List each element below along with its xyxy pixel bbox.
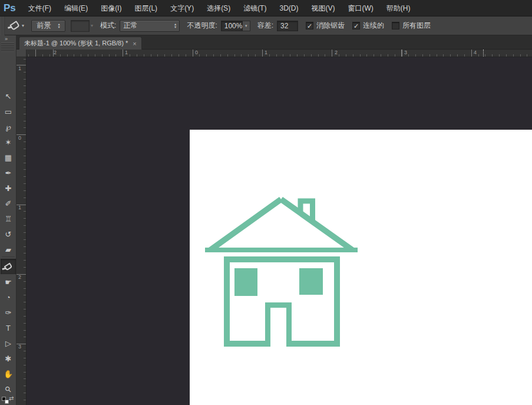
- options-bar: ▾ 前景 ▴▾ ▾ 模式: 正常 ▴▾ 不透明度: 100% ▾ 容差: 32 …: [0, 17, 532, 35]
- dodge-icon: ◔: [6, 293, 11, 302]
- eraser-tool[interactable]: ▰: [1, 242, 16, 257]
- menu-window[interactable]: 窗口(W): [341, 0, 379, 17]
- opacity-dropdown-button[interactable]: ▾: [243, 21, 250, 31]
- default-colors-button[interactable]: [2, 397, 9, 404]
- tolerance-input[interactable]: 32: [277, 21, 298, 31]
- document-area: 未标题-1 @ 100% (形状 1, RGB/8) * × 2 1 0 1 2…: [16, 35, 532, 405]
- hand-tool[interactable]: ✋: [1, 366, 16, 381]
- menu-file[interactable]: 文件(F): [22, 0, 58, 17]
- opacity-label: 不透明度:: [187, 21, 217, 31]
- smudge-icon: ☛: [5, 278, 12, 287]
- menu-3d[interactable]: 3D(D): [273, 0, 305, 17]
- options-bar-gripper[interactable]: [0, 17, 5, 35]
- ruler-number: 1: [265, 50, 267, 55]
- type-icon: T: [6, 324, 11, 332]
- smudge-tool[interactable]: ☛: [1, 274, 16, 289]
- spot-healing-brush-tool[interactable]: ✚: [1, 180, 16, 196]
- close-icon[interactable]: ×: [133, 40, 136, 47]
- mode-label: 模式:: [100, 21, 116, 31]
- brush-tool[interactable]: ✐: [1, 196, 16, 211]
- swap-colors-icon[interactable]: ⇄: [9, 395, 14, 401]
- opacity-control: 100% ▾: [221, 21, 250, 31]
- mode-select[interactable]: 正常 ▴▾: [120, 20, 180, 32]
- dodge-tool[interactable]: ◔: [1, 289, 16, 305]
- crop-icon: ▦: [5, 153, 12, 162]
- marquee-icon: ▭: [5, 107, 12, 116]
- document-tab[interactable]: 未标题-1 @ 100% (形状 1, RGB/8) * ×: [19, 37, 142, 50]
- all-layers-option: 所有图层: [392, 21, 431, 31]
- ruler-number: 1: [18, 205, 21, 210]
- rectangular-marquee-tool[interactable]: ▭: [1, 104, 16, 119]
- menu-filter[interactable]: 滤镜(T): [237, 0, 273, 17]
- all-layers-checkbox[interactable]: [392, 22, 399, 29]
- tool-preset-button[interactable]: ▾: [8, 22, 27, 29]
- anti-alias-label: 消除锯齿: [316, 21, 345, 31]
- ruler-number: 3: [18, 344, 21, 350]
- eyedropper-icon: ✒: [5, 169, 12, 177]
- ruler-origin-box[interactable]: [16, 50, 27, 57]
- tool-separator: [2, 256, 15, 257]
- path-selection-icon: ▷: [5, 339, 11, 348]
- fill-source-select[interactable]: 前景 ▴▾: [31, 20, 65, 32]
- menu-help[interactable]: 帮助(H): [380, 0, 417, 17]
- anti-alias-checkbox[interactable]: ✓: [306, 22, 313, 29]
- chevron-down-icon: ▾: [22, 23, 24, 28]
- ruler-number: 3: [404, 50, 407, 55]
- horizontal-ruler[interactable]: 2 1 0 1 2 3 4: [27, 50, 532, 57]
- chevron-down-icon: ▾: [245, 24, 247, 28]
- lasso-tool[interactable]: ℘: [1, 119, 16, 134]
- ruler-number: 2: [335, 50, 338, 55]
- custom-shape-tool[interactable]: ✱: [1, 351, 16, 366]
- history-brush-tool[interactable]: ↺: [1, 226, 16, 242]
- clone-stamp-tool[interactable]: ♖: [1, 211, 16, 226]
- photoshop-window: Ps 文件(F) 编辑(E) 图像(I) 图层(L) 文字(Y) 选择(S) 滤…: [0, 0, 532, 405]
- menu-view[interactable]: 视图(V): [305, 0, 341, 17]
- pen-icon: ✑: [5, 308, 12, 317]
- menu-edit[interactable]: 编辑(E): [58, 0, 94, 17]
- app-logo: Ps: [0, 2, 22, 14]
- contiguous-checkbox[interactable]: ✓: [352, 22, 360, 29]
- house-shape-graphic: [190, 130, 532, 405]
- brush-icon: ✐: [5, 199, 12, 208]
- ruler-number: 2: [18, 274, 21, 280]
- paint-bucket-tool[interactable]: [1, 259, 16, 274]
- ruler-number: 0: [18, 135, 21, 141]
- ruler-number: 1: [125, 50, 128, 55]
- tool-bar: » ↖ ▭ ℘ ✶ ▦ ✒ ✚ ✐ ♖ ↺ ▰ ☛ ◔ ✑ T ▷ ✱ ✋ ⚲: [0, 35, 16, 405]
- lasso-icon: ℘: [5, 123, 11, 131]
- menu-select[interactable]: 选择(S): [200, 0, 237, 17]
- magic-wand-icon: ✶: [5, 138, 12, 147]
- collapse-panel-icon[interactable]: »: [5, 36, 8, 42]
- paint-bucket-icon: [9, 21, 20, 31]
- opacity-input[interactable]: 100%: [221, 21, 243, 31]
- opacity-value: 100%: [224, 22, 243, 30]
- ruler-number: 1: [18, 65, 21, 71]
- move-tool[interactable]: ↖: [1, 88, 16, 104]
- type-tool[interactable]: T: [1, 320, 16, 335]
- all-layers-label: 所有图层: [402, 21, 431, 31]
- healing-brush-icon: ✚: [5, 184, 12, 193]
- down-arrow-icon: ▾: [174, 26, 176, 29]
- eyedropper-tool[interactable]: ✒: [1, 165, 16, 180]
- history-brush-icon: ↺: [5, 230, 12, 239]
- canvas-pasteboard: [27, 57, 532, 405]
- menu-image[interactable]: 图像(I): [94, 0, 128, 17]
- pattern-chevron-icon: ▾: [91, 23, 93, 28]
- pattern-swatch[interactable]: [71, 20, 90, 32]
- workspace: » ↖ ▭ ℘ ✶ ▦ ✒ ✚ ✐ ♖ ↺ ▰ ☛ ◔ ✑ T ▷ ✱ ✋ ⚲: [0, 35, 532, 405]
- vertical-ruler[interactable]: 1 0 1 2 3: [16, 57, 27, 405]
- menu-type[interactable]: 文字(Y): [164, 0, 200, 17]
- crop-tool[interactable]: ▦: [1, 150, 16, 165]
- pen-tool[interactable]: ✑: [1, 305, 16, 320]
- contiguous-option: ✓ 连续的: [352, 21, 384, 31]
- ruler-cursor-indicator: [483, 50, 484, 57]
- magic-wand-tool[interactable]: ✶: [1, 134, 16, 150]
- document-tab-bar: 未标题-1 @ 100% (形状 1, RGB/8) * ×: [16, 35, 532, 50]
- menu-layer[interactable]: 图层(L): [128, 0, 164, 17]
- anti-alias-option: ✓ 消除锯齿: [306, 21, 345, 31]
- menu-bar: Ps 文件(F) 编辑(E) 图像(I) 图层(L) 文字(Y) 选择(S) 滤…: [0, 0, 532, 17]
- tool-bar-gripper[interactable]: [1, 42, 14, 52]
- path-selection-tool[interactable]: ▷: [1, 335, 16, 351]
- document-canvas[interactable]: [190, 130, 532, 405]
- paint-bucket-icon: [4, 262, 13, 271]
